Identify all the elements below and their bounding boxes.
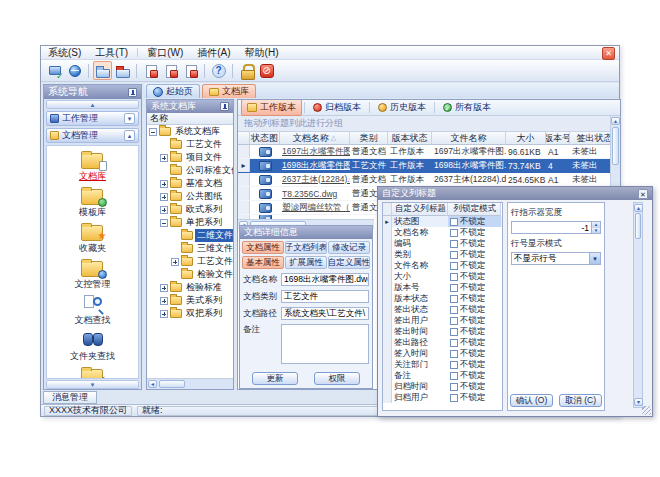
dialog-column-row[interactable]: 类别不锁定 [383, 249, 502, 260]
dialog-column-row[interactable]: 归档时间不锁定 [383, 381, 502, 392]
table-row[interactable]: 2637主体(12284).dwg普通文档工作版本2637主体(12284).d… [238, 173, 620, 187]
permission-button[interactable]: 权限 [314, 372, 360, 385]
tree-node-label[interactable]: 工艺文件 [184, 138, 224, 151]
scroll-left-icon[interactable] [148, 380, 157, 388]
checkbox-icon[interactable] [450, 240, 458, 248]
detail-subtab-2[interactable]: 自定义属性 [328, 256, 370, 269]
chevron-up-icon[interactable] [124, 130, 135, 141]
dialog-column-row[interactable]: 版本状态不锁定 [383, 293, 502, 304]
dialog-vertical-scrollbar[interactable] [633, 202, 643, 408]
grid-gutter-header[interactable] [238, 132, 250, 145]
nav-item-4[interactable]: 文档查找 [47, 294, 138, 327]
dialog-column-row[interactable]: 大小不锁定 [383, 271, 502, 282]
expand-icon[interactable] [160, 297, 168, 305]
update-button[interactable]: 更新 [252, 372, 298, 385]
menu-item[interactable]: 帮助(H) [238, 46, 286, 59]
dialog-column-row[interactable]: 归档用户不锁定 [383, 392, 502, 403]
nav-scroll-down-button[interactable] [46, 380, 139, 389]
tree-node-label[interactable]: 工艺文件 [195, 255, 233, 268]
checkbox-icon[interactable] [450, 394, 458, 402]
toolbar-button-report-1[interactable] [141, 61, 160, 80]
tree-node[interactable]: 双把系列 [147, 307, 233, 320]
tree-node[interactable]: 工艺文件 [147, 255, 233, 268]
tree-node-label[interactable]: 双把系列 [184, 307, 224, 320]
nav-item-5[interactable]: 文件夹查找 [47, 330, 138, 363]
toolbar-button-exit[interactable] [257, 61, 276, 80]
tree-node[interactable]: 基准文档 [147, 177, 233, 190]
doc-tab-0[interactable]: 起始页 [146, 84, 200, 98]
toolbar-button-send-folder[interactable] [113, 61, 132, 80]
dialog-column-row[interactable]: 编码不锁定 [383, 238, 502, 249]
dialog-column-row[interactable]: 签入时间不锁定 [383, 348, 502, 359]
toolbar-button-report-3[interactable] [181, 61, 200, 80]
field-input[interactable]: 系统文档夹\工艺文件\ [281, 307, 369, 320]
dialog-col2-header[interactable]: 列锁定模式 [448, 203, 501, 216]
detail-tab-1[interactable]: 子文档列表 [285, 241, 327, 254]
pushpin-icon[interactable] [128, 88, 137, 97]
tree-node[interactable]: 二维文件 [147, 229, 233, 242]
grid-column-header[interactable]: 版本状态 [388, 132, 432, 145]
dialog-close-icon[interactable] [638, 189, 648, 199]
field-input[interactable]: 工艺文件 [281, 290, 369, 303]
grid-column-header[interactable]: 大小 [506, 132, 546, 145]
tree-node-label[interactable]: 美式系列 [184, 294, 224, 307]
tree-node[interactable]: 公共图纸 [147, 190, 233, 203]
scroll-down-icon[interactable] [634, 398, 643, 406]
checkbox-icon[interactable] [450, 328, 458, 336]
dialog-col1-header[interactable]: 自定义列标题 [392, 203, 448, 216]
group-by-bar[interactable]: 拖动列标题到此进行分组 [238, 116, 620, 132]
detail-tab-2[interactable]: 修改记录 [328, 241, 370, 254]
dialog-column-row[interactable]: 文档名称不锁定 [383, 227, 502, 238]
checkbox-icon[interactable] [450, 273, 458, 281]
checkbox-icon[interactable] [450, 262, 458, 270]
tree-horizontal-scrollbar[interactable] [147, 378, 233, 389]
table-row[interactable]: 1697出水嘴零件图.dwg普通文档工作版本1697出水嘴零件图.dwg96.6… [238, 145, 620, 159]
close-document-icon[interactable] [602, 47, 615, 60]
tree-node[interactable]: 三维文件 [147, 242, 233, 255]
spinner-down-icon[interactable] [591, 228, 600, 234]
document-link[interactable]: T8.2356C.dwg [282, 189, 337, 199]
toolbar-button-lock[interactable] [237, 61, 256, 80]
tree-node-label[interactable]: 检验文件 [195, 268, 233, 281]
grid-column-header[interactable]: 文档名称 [280, 132, 350, 145]
dialog-column-row[interactable]: 签出状态不锁定 [383, 304, 502, 315]
chevron-down-icon[interactable] [124, 113, 135, 124]
toolbar-button-browser[interactable] [65, 61, 84, 80]
tree-node[interactable]: 工艺文件 [147, 138, 233, 151]
tree-node-label[interactable]: 项目文件 [184, 151, 224, 164]
tree-node-label[interactable]: 公共图纸 [184, 190, 224, 203]
document-link[interactable]: 塑滤网编丝软管（+... [282, 202, 350, 214]
expand-icon[interactable] [160, 284, 168, 292]
detail-subtab-1[interactable]: 扩展属性 [285, 256, 327, 269]
toolbar-button-report-2[interactable] [161, 61, 180, 80]
combo-dropdown-icon[interactable] [589, 253, 600, 264]
row-indicator-width-value[interactable]: -1 [512, 223, 591, 233]
expand-icon[interactable] [160, 154, 168, 162]
checkbox-icon[interactable] [450, 295, 458, 303]
dialog-column-row[interactable]: 签出路径不锁定 [383, 337, 502, 348]
checkbox-icon[interactable] [450, 383, 458, 391]
tree-node-label[interactable]: 欧式系列 [184, 203, 224, 216]
checkbox-icon[interactable] [450, 317, 458, 325]
row-indicator-width-input[interactable]: -1 [511, 221, 601, 234]
tree-node-label[interactable]: 单把系列 [184, 216, 224, 229]
checkbox-icon[interactable] [450, 284, 458, 292]
scrollbar-thumb[interactable] [612, 127, 619, 165]
tree-node-label[interactable]: 系统文档库 [173, 125, 222, 138]
message-panel-tab[interactable]: 消息管理 [43, 391, 97, 404]
doc-tab-1[interactable]: 文档库 [202, 84, 256, 98]
tree-node[interactable]: 检验标准 [147, 281, 233, 294]
tree-node[interactable]: 项目文件 [147, 151, 233, 164]
collapse-icon[interactable] [149, 128, 157, 136]
version-tab-0[interactable]: 工作版本 [241, 99, 302, 116]
confirm-button[interactable]: 确认 (O) [510, 394, 553, 407]
cancel-button[interactable]: 取消 (C) [559, 394, 602, 407]
version-tab-3[interactable]: 所有版本 [437, 99, 497, 116]
tree-node[interactable]: 单把系列 [147, 216, 233, 229]
toolbar-button-open-folder[interactable] [93, 61, 112, 80]
field-input[interactable]: 1698出水嘴零件图.dwg [281, 273, 369, 286]
tree-node[interactable]: 欧式系列 [147, 203, 233, 216]
nav-item-6[interactable]: 签出的文档 [47, 366, 138, 379]
tree-node[interactable]: 公司标准文件 [147, 164, 233, 177]
dialog-column-row[interactable]: 关注部门不锁定 [383, 359, 502, 370]
